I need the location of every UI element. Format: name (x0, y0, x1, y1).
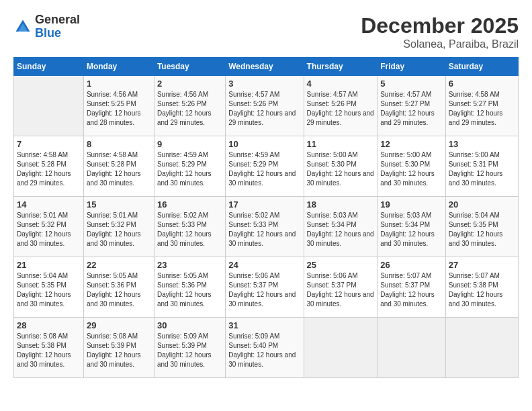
calendar-cell (14, 76, 84, 136)
day-number: 5 (380, 79, 443, 89)
day-number: 22 (87, 260, 151, 270)
day-info: Sunrise: 5:02 AMSunset: 5:33 PMDaylight:… (228, 211, 300, 248)
logo: General Blue (13, 13, 80, 40)
calendar-cell: 22Sunrise: 5:05 AMSunset: 5:36 PMDayligh… (83, 257, 154, 318)
day-number: 6 (449, 79, 515, 89)
calendar-cell: 3Sunrise: 4:57 AMSunset: 5:26 PMDaylight… (226, 76, 304, 136)
calendar-cell (304, 318, 378, 378)
calendar-cell: 15Sunrise: 5:01 AMSunset: 5:32 PMDayligh… (83, 197, 154, 257)
calendar-cell: 18Sunrise: 5:03 AMSunset: 5:34 PMDayligh… (304, 197, 378, 257)
calendar-cell: 20Sunrise: 5:04 AMSunset: 5:35 PMDayligh… (445, 197, 518, 257)
day-number: 16 (157, 199, 222, 210)
calendar-cell: 6Sunrise: 4:58 AMSunset: 5:27 PMDaylight… (445, 76, 518, 136)
day-info: Sunrise: 5:00 AMSunset: 5:31 PMDaylight:… (449, 150, 515, 188)
header-friday: Friday (378, 58, 446, 76)
day-info: Sunrise: 4:56 AMSunset: 5:25 PMDaylight:… (87, 90, 151, 128)
day-number: 9 (157, 139, 222, 149)
header-wednesday: Wednesday (226, 58, 304, 76)
day-info: Sunrise: 5:05 AMSunset: 5:36 PMDaylight:… (87, 271, 151, 309)
day-info: Sunrise: 5:08 AMSunset: 5:38 PMDaylight:… (17, 332, 81, 369)
day-info: Sunrise: 5:00 AMSunset: 5:30 PMDaylight:… (307, 150, 375, 188)
calendar-week-1: 1Sunrise: 4:56 AMSunset: 5:25 PMDaylight… (14, 76, 519, 136)
day-number: 19 (380, 199, 443, 210)
day-number: 23 (157, 260, 222, 270)
day-info: Sunrise: 4:58 AMSunset: 5:28 PMDaylight:… (87, 150, 151, 188)
day-info: Sunrise: 5:04 AMSunset: 5:35 PMDaylight:… (449, 211, 515, 248)
day-info: Sunrise: 5:08 AMSunset: 5:39 PMDaylight:… (87, 332, 151, 369)
day-info: Sunrise: 4:57 AMSunset: 5:26 PMDaylight:… (307, 90, 375, 128)
day-info: Sunrise: 5:02 AMSunset: 5:33 PMDaylight:… (157, 211, 222, 248)
day-info: Sunrise: 5:09 AMSunset: 5:39 PMDaylight:… (157, 332, 222, 369)
calendar-cell: 1Sunrise: 4:56 AMSunset: 5:25 PMDaylight… (83, 76, 154, 136)
day-number: 25 (307, 260, 375, 270)
day-number: 18 (307, 199, 375, 210)
day-info: Sunrise: 4:58 AMSunset: 5:28 PMDaylight:… (17, 150, 81, 188)
day-number: 4 (307, 79, 375, 89)
day-number: 27 (449, 260, 515, 270)
header-sunday: Sunday (14, 58, 84, 76)
day-number: 7 (17, 139, 81, 149)
day-number: 11 (307, 139, 375, 149)
day-number: 13 (449, 139, 515, 149)
calendar-cell: 16Sunrise: 5:02 AMSunset: 5:33 PMDayligh… (154, 197, 225, 257)
calendar-cell: 24Sunrise: 5:06 AMSunset: 5:37 PMDayligh… (226, 257, 304, 318)
day-number: 17 (228, 199, 300, 210)
day-number: 8 (87, 139, 151, 149)
day-number: 30 (157, 320, 222, 330)
month-title: December 2025 (361, 13, 519, 38)
calendar-cell: 13Sunrise: 5:00 AMSunset: 5:31 PMDayligh… (445, 136, 518, 197)
day-info: Sunrise: 5:01 AMSunset: 5:32 PMDaylight:… (17, 211, 81, 248)
day-info: Sunrise: 5:07 AMSunset: 5:38 PMDaylight:… (449, 271, 515, 309)
calendar-table: Sunday Monday Tuesday Wednesday Thursday… (13, 57, 519, 378)
day-number: 26 (380, 260, 443, 270)
calendar-cell: 17Sunrise: 5:02 AMSunset: 5:33 PMDayligh… (226, 197, 304, 257)
logo-general-text: General (35, 13, 80, 26)
day-info: Sunrise: 5:01 AMSunset: 5:32 PMDaylight:… (87, 211, 151, 248)
day-info: Sunrise: 4:57 AMSunset: 5:26 PMDaylight:… (228, 90, 300, 128)
calendar-cell: 4Sunrise: 4:57 AMSunset: 5:26 PMDaylight… (304, 76, 378, 136)
calendar-week-2: 7Sunrise: 4:58 AMSunset: 5:28 PMDaylight… (14, 136, 519, 197)
day-number: 21 (17, 260, 81, 270)
day-number: 20 (449, 199, 515, 210)
calendar-cell: 2Sunrise: 4:56 AMSunset: 5:26 PMDaylight… (154, 76, 225, 136)
logo-blue-text: Blue (35, 26, 61, 40)
header-thursday: Thursday (304, 58, 378, 76)
calendar-cell: 5Sunrise: 4:57 AMSunset: 5:27 PMDaylight… (378, 76, 446, 136)
header-saturday: Saturday (445, 58, 518, 76)
day-number: 14 (17, 199, 81, 210)
day-info: Sunrise: 4:56 AMSunset: 5:26 PMDaylight:… (157, 90, 222, 128)
calendar-cell: 26Sunrise: 5:07 AMSunset: 5:37 PMDayligh… (378, 257, 446, 318)
header-row: Sunday Monday Tuesday Wednesday Thursday… (14, 58, 519, 76)
day-number: 31 (228, 320, 300, 330)
calendar-week-5: 28Sunrise: 5:08 AMSunset: 5:38 PMDayligh… (14, 318, 519, 378)
day-info: Sunrise: 5:03 AMSunset: 5:34 PMDaylight:… (380, 211, 443, 248)
logo-icon (13, 17, 32, 36)
calendar-cell (445, 318, 518, 378)
day-number: 28 (17, 320, 81, 330)
calendar-header: Sunday Monday Tuesday Wednesday Thursday… (14, 58, 519, 76)
calendar-cell: 11Sunrise: 5:00 AMSunset: 5:30 PMDayligh… (304, 136, 378, 197)
calendar-cell: 29Sunrise: 5:08 AMSunset: 5:39 PMDayligh… (83, 318, 154, 378)
title-block: December 2025 Solanea, Paraiba, Brazil (361, 13, 519, 50)
day-number: 2 (157, 79, 222, 89)
calendar-week-4: 21Sunrise: 5:04 AMSunset: 5:35 PMDayligh… (14, 257, 519, 318)
calendar-cell: 31Sunrise: 5:09 AMSunset: 5:40 PMDayligh… (226, 318, 304, 378)
day-info: Sunrise: 5:00 AMSunset: 5:30 PMDaylight:… (380, 150, 443, 188)
calendar-cell (378, 318, 446, 378)
calendar-cell: 9Sunrise: 4:59 AMSunset: 5:29 PMDaylight… (154, 136, 225, 197)
calendar-cell: 8Sunrise: 4:58 AMSunset: 5:28 PMDaylight… (83, 136, 154, 197)
calendar-cell: 19Sunrise: 5:03 AMSunset: 5:34 PMDayligh… (378, 197, 446, 257)
calendar-cell: 12Sunrise: 5:00 AMSunset: 5:30 PMDayligh… (378, 136, 446, 197)
day-info: Sunrise: 5:05 AMSunset: 5:36 PMDaylight:… (157, 271, 222, 309)
day-info: Sunrise: 4:57 AMSunset: 5:27 PMDaylight:… (380, 90, 443, 128)
day-info: Sunrise: 5:06 AMSunset: 5:37 PMDaylight:… (307, 271, 375, 309)
day-number: 12 (380, 139, 443, 149)
day-info: Sunrise: 4:59 AMSunset: 5:29 PMDaylight:… (228, 150, 300, 188)
calendar-cell: 7Sunrise: 4:58 AMSunset: 5:28 PMDaylight… (14, 136, 84, 197)
day-info: Sunrise: 5:07 AMSunset: 5:37 PMDaylight:… (380, 271, 443, 309)
calendar-cell: 14Sunrise: 5:01 AMSunset: 5:32 PMDayligh… (14, 197, 84, 257)
day-info: Sunrise: 4:58 AMSunset: 5:27 PMDaylight:… (449, 90, 515, 128)
day-info: Sunrise: 5:04 AMSunset: 5:35 PMDaylight:… (17, 271, 81, 309)
calendar-body: 1Sunrise: 4:56 AMSunset: 5:25 PMDaylight… (14, 76, 519, 378)
calendar-cell: 30Sunrise: 5:09 AMSunset: 5:39 PMDayligh… (154, 318, 225, 378)
